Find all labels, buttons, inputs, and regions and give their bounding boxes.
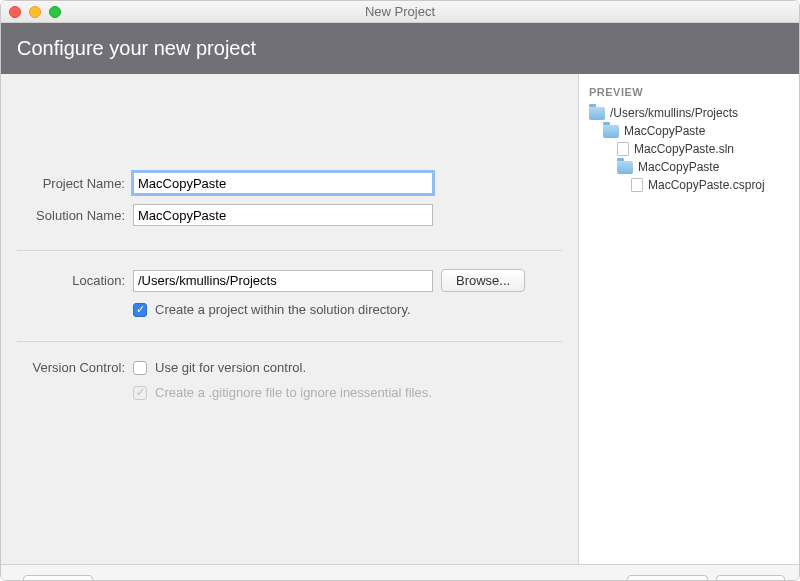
- preview-title: PREVIEW: [589, 86, 789, 98]
- tree-item: MacCopyPaste: [589, 158, 789, 176]
- tree-item: /Users/kmullins/Projects: [589, 104, 789, 122]
- gitignore-label: Create a .gitignore file to ignore iness…: [155, 385, 432, 400]
- tree-item-label: MacCopyPaste: [638, 160, 719, 174]
- version-control-row: Version Control: Use git for version con…: [17, 360, 562, 375]
- footer: Cancel Previous Create: [1, 564, 799, 581]
- content-area: Project Name: Solution Name: Location: B…: [1, 74, 799, 564]
- form-pane: Project Name: Solution Name: Location: B…: [1, 74, 579, 564]
- file-icon: [631, 178, 643, 192]
- use-git-label: Use git for version control.: [155, 360, 306, 375]
- tree-item-label: /Users/kmullins/Projects: [610, 106, 738, 120]
- tree-item: MacCopyPaste: [589, 122, 789, 140]
- location-row: Location: Browse...: [17, 269, 562, 292]
- file-icon: [617, 142, 629, 156]
- folder-icon: [617, 161, 633, 174]
- previous-button[interactable]: Previous: [627, 575, 708, 581]
- cancel-button[interactable]: Cancel: [23, 575, 93, 581]
- tree-item-label: MacCopyPaste: [624, 124, 705, 138]
- preview-tree: /Users/kmullins/ProjectsMacCopyPasteMacC…: [589, 104, 789, 194]
- location-label: Location:: [17, 273, 133, 288]
- browse-button[interactable]: Browse...: [441, 269, 525, 292]
- solution-name-label: Solution Name:: [17, 208, 133, 223]
- tree-item: MacCopyPaste.sln: [589, 140, 789, 158]
- preview-pane: PREVIEW /Users/kmullins/ProjectsMacCopyP…: [579, 74, 799, 564]
- titlebar: New Project: [1, 1, 799, 23]
- solution-name-input[interactable]: [133, 204, 433, 226]
- version-control-label: Version Control:: [17, 360, 133, 375]
- location-input[interactable]: [133, 270, 433, 292]
- folder-icon: [589, 107, 605, 120]
- page-title: Configure your new project: [17, 37, 256, 59]
- gitignore-checkbox: ✓: [133, 386, 147, 400]
- create-in-dir-checkbox[interactable]: ✓: [133, 303, 147, 317]
- create-in-dir-label: Create a project within the solution dir…: [155, 302, 411, 317]
- folder-icon: [603, 125, 619, 138]
- gitignore-row: ✓ Create a .gitignore file to ignore ine…: [17, 385, 562, 400]
- project-name-label: Project Name:: [17, 176, 133, 191]
- project-name-input[interactable]: [133, 172, 433, 194]
- tree-item-label: MacCopyPaste.sln: [634, 142, 734, 156]
- create-in-dir-row: ✓ Create a project within the solution d…: [17, 302, 562, 317]
- create-button[interactable]: Create: [716, 575, 785, 581]
- window-title: New Project: [1, 4, 799, 19]
- solution-name-row: Solution Name:: [17, 204, 562, 226]
- project-name-row: Project Name:: [17, 172, 562, 194]
- page-header: Configure your new project: [1, 23, 799, 74]
- tree-item-label: MacCopyPaste.csproj: [648, 178, 765, 192]
- use-git-checkbox[interactable]: [133, 361, 147, 375]
- tree-item: MacCopyPaste.csproj: [589, 176, 789, 194]
